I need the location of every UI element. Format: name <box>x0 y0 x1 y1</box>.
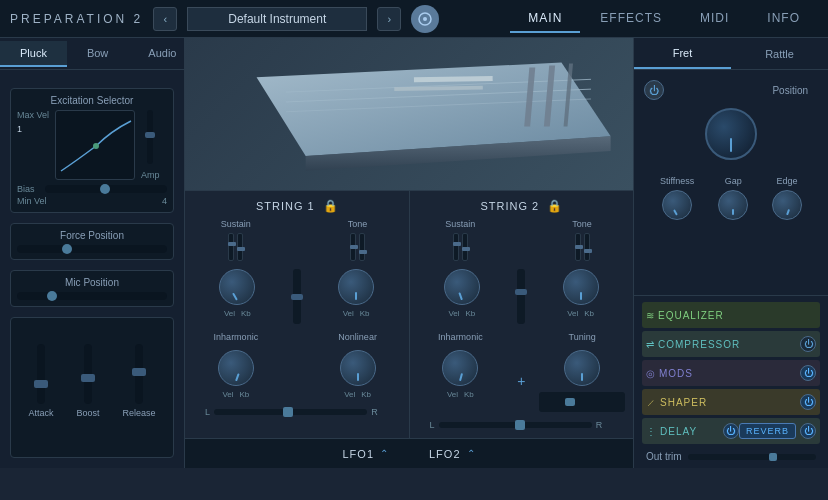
string1-bottom-labels: Inharmonic Nonlinear <box>193 332 401 342</box>
string2-inh-kb: Kb <box>464 390 474 399</box>
string1-lock-icon[interactable]: 🔒 <box>323 199 338 213</box>
tab-pluck[interactable]: Pluck <box>0 41 67 67</box>
rattle-power-button[interactable]: ⏻ <box>644 80 664 100</box>
max-vel-value: 1 <box>17 124 49 134</box>
eq-name: EQUALIZER <box>658 310 816 321</box>
top-tabs: MAIN EFFECTS MIDI INFO <box>510 5 818 33</box>
edge-knob[interactable] <box>772 190 802 220</box>
string1-sustain-slider1[interactable] <box>228 233 234 261</box>
string2-lock-icon[interactable]: 🔒 <box>547 199 562 213</box>
excitation-label: Excitation Selector <box>17 95 167 106</box>
delay-icon: ⋮ <box>646 426 656 437</box>
string2-inharmonic-knob[interactable] <box>442 350 478 386</box>
tab-effects[interactable]: EFFECTS <box>582 5 680 33</box>
string2-center-fader[interactable] <box>517 269 525 324</box>
bias-slider[interactable] <box>45 185 167 193</box>
nav-prev-button[interactable]: ‹ <box>153 7 177 31</box>
tab-fret[interactable]: Fret <box>634 38 731 69</box>
string2-sustain-slider2[interactable] <box>462 233 468 261</box>
tab-bow[interactable]: Bow <box>67 41 128 67</box>
lfo1-item: LFO1 ⌃ <box>342 448 389 460</box>
boost-fader[interactable] <box>84 344 92 404</box>
lfo2-item: LFO2 ⌃ <box>429 448 476 460</box>
tab-main[interactable]: MAIN <box>510 5 580 33</box>
attack-fader[interactable] <box>37 344 45 404</box>
effect-row-mods: ◎ MODS ⏻ <box>642 360 820 386</box>
gap-knob[interactable] <box>718 190 748 220</box>
attack-label: Attack <box>28 408 53 418</box>
reverb-button[interactable]: REVERB <box>739 423 796 439</box>
string1-nl-kb: Kb <box>361 390 371 399</box>
mods-name: MODS <box>659 368 796 379</box>
force-pos-slider[interactable] <box>17 245 167 253</box>
mic-pos-slider[interactable] <box>17 292 167 300</box>
nav-next-button[interactable]: › <box>377 7 401 31</box>
string2-crossfader-row: L R <box>418 420 626 430</box>
top-bar: PREPARATION 2 ‹ Default Instrument › MAI… <box>0 0 828 38</box>
string2-tuning-knob[interactable] <box>564 350 600 386</box>
amp-label: Amp <box>141 170 160 180</box>
string1-tone-label: Tone <box>348 219 368 229</box>
stiffness-knob[interactable] <box>662 190 692 220</box>
comp-power-button[interactable]: ⏻ <box>800 336 816 352</box>
out-trim-slider[interactable] <box>688 454 816 460</box>
position-knob[interactable] <box>705 108 757 160</box>
string2-sustain-slider1[interactable] <box>453 233 459 261</box>
string2-tone-knob[interactable] <box>563 269 599 305</box>
string2-bottom-labels: Inharmonic Tuning <box>418 332 626 342</box>
string1-panel: STRING 1 🔒 Sustain <box>185 191 410 438</box>
string2-l-label: L <box>426 420 439 430</box>
vel-grid: Max Vel 1 <box>17 110 167 180</box>
amp-slider[interactable]: Amp <box>141 110 160 180</box>
string2-title: STRING 2 <box>480 200 539 212</box>
rattle-power-row: ⏻ Position <box>644 80 818 100</box>
string2-tone-kb: Kb <box>584 309 594 318</box>
bottom-bar: LFO1 ⌃ LFO2 ⌃ <box>185 438 633 468</box>
main-layout: Pluck Bow Audio Excitation Selector Max … <box>0 38 828 468</box>
string1-tone-slider1[interactable] <box>350 233 356 261</box>
string1-sustain-sliders <box>228 233 243 261</box>
string1-crossfader[interactable] <box>214 409 367 415</box>
delay-power-button[interactable]: ⏻ <box>723 423 739 439</box>
instrument-viz <box>185 38 633 190</box>
string1-center-fader[interactable] <box>293 269 301 324</box>
min-vel-value: 4 <box>162 196 167 206</box>
tab-info[interactable]: INFO <box>749 5 818 33</box>
mods-power-button[interactable]: ⏻ <box>800 365 816 381</box>
lfo1-arrow[interactable]: ⌃ <box>380 448 389 459</box>
lfo2-label: LFO2 <box>429 448 461 460</box>
string1-nonlinear-knob[interactable] <box>340 350 376 386</box>
right-panel: Fret Rattle ⏻ Position Stiffness <box>633 38 828 468</box>
center-panel: STRING 1 🔒 Sustain <box>185 38 633 468</box>
string2-tone-slider1[interactable] <box>575 233 581 261</box>
string2-sustain-knob[interactable] <box>444 269 480 305</box>
string1-sustain-slider2[interactable] <box>237 233 243 261</box>
string2-r-label: R <box>592 420 607 430</box>
string1-tone-slider2[interactable] <box>359 233 365 261</box>
attack-fader-col: Attack <box>28 344 53 418</box>
comp-icon: ⇌ <box>646 339 654 350</box>
sge-row: Stiffness Gap Edge <box>644 170 818 226</box>
tab-rattle[interactable]: Rattle <box>731 38 828 69</box>
release-label: Release <box>122 408 155 418</box>
string2-tuning-slider[interactable] <box>539 392 625 412</box>
preset-icon[interactable] <box>411 5 439 33</box>
string1-tone-vel-label: Vel <box>343 309 354 318</box>
string1-sustain-knob[interactable] <box>219 269 255 305</box>
string2-crossfader[interactable] <box>439 422 592 428</box>
string2-add-button[interactable]: + <box>517 373 525 389</box>
effect-row-shaper: ⟋ SHAPER ⏻ <box>642 389 820 415</box>
boost-label: Boost <box>76 408 99 418</box>
reverb-power-button[interactable]: ⏻ <box>800 423 816 439</box>
shaper-power-button[interactable]: ⏻ <box>800 394 816 410</box>
string2-knobs-row: Vel Kb Vel <box>418 269 626 324</box>
release-fader[interactable] <box>135 344 143 404</box>
tab-midi[interactable]: MIDI <box>682 5 747 33</box>
left-panel: Pluck Bow Audio Excitation Selector Max … <box>0 38 185 468</box>
string1-tone-knob[interactable] <box>338 269 374 305</box>
gap-group: Gap <box>718 176 748 220</box>
string1-title: STRING 1 <box>256 200 315 212</box>
string1-inharmonic-knob[interactable] <box>218 350 254 386</box>
lfo2-arrow[interactable]: ⌃ <box>467 448 476 459</box>
string2-tone-slider2[interactable] <box>584 233 590 261</box>
